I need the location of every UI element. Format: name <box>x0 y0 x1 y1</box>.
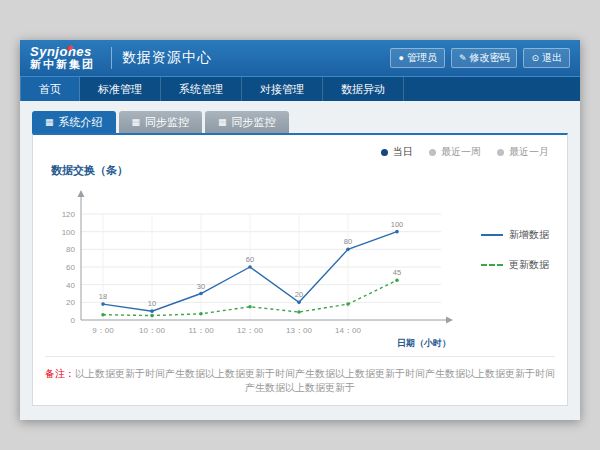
logo-star-icon: ✱ <box>66 44 73 53</box>
svg-text:11：00: 11：00 <box>188 326 214 335</box>
svg-text:9：00: 9：00 <box>92 326 114 335</box>
filter-last-week[interactable]: 最近一周 <box>429 145 481 159</box>
nav-item-system-mgmt[interactable]: 系统管理 <box>161 77 242 101</box>
solid-line-icon <box>481 234 503 236</box>
y-axis-title: 数据交换（条） <box>51 163 555 178</box>
svg-text:40: 40 <box>66 281 75 290</box>
footnote-label: 备注： <box>45 368 75 379</box>
svg-text:10：00: 10：00 <box>139 326 165 335</box>
svg-text:18: 18 <box>99 292 107 301</box>
dashed-line-icon <box>481 264 503 266</box>
svg-text:10: 10 <box>148 299 156 308</box>
filter-last-month[interactable]: 最近一月 <box>497 145 549 159</box>
svg-text:20: 20 <box>295 290 303 299</box>
series-legend: 新增数据 更新数据 <box>481 180 551 288</box>
change-password-button[interactable]: ✎ 修改密码 <box>451 48 518 68</box>
filter-last-month-label: 最近一月 <box>509 145 549 159</box>
admin-button-label: 管理员 <box>407 51 437 65</box>
nav-item-integration-mgmt[interactable]: 对接管理 <box>242 77 323 101</box>
svg-text:100: 100 <box>62 228 76 237</box>
nav-item-home[interactable]: 首页 <box>20 77 80 101</box>
svg-text:20: 20 <box>66 298 75 307</box>
nav-item-standard-mgmt[interactable]: 标准管理 <box>80 77 161 101</box>
footnote: 备注：以上数据更新于时间产生数据以上数据更新于时间产生数据以上数据更新于时间产生… <box>45 356 555 395</box>
filter-today-label: 当日 <box>393 145 413 159</box>
legend-new-data-label: 新增数据 <box>509 228 549 242</box>
tab-sync-monitor-1[interactable]: ▦ 同步监控 <box>119 111 203 133</box>
tab-system-intro-label: 系统介绍 <box>59 111 103 133</box>
content-area: ▦ 系统介绍 ▦ 同步监控 ▦ 同步监控 当日 最近一周 <box>20 101 580 420</box>
svg-text:14：00: 14：00 <box>335 326 361 335</box>
grid-icon: ▦ <box>45 111 54 133</box>
user-icon: ● <box>398 54 403 63</box>
header-divider <box>111 47 112 69</box>
chart-panel: 当日 最近一周 最近一月 数据交换（条） 0204060801001209：00… <box>32 133 568 406</box>
filter-last-week-label: 最近一周 <box>441 145 481 159</box>
app-window: Synjones✱ 新中新集团 数据资源中心 ● 管理员 ✎ 修改密码 ⊙ 退出… <box>20 40 580 420</box>
filter-today[interactable]: 当日 <box>381 145 413 159</box>
page-title: 数据资源中心 <box>122 49 212 67</box>
svg-text:日期（小时）: 日期（小时） <box>397 338 451 348</box>
line-chart: 0204060801001209：0010：0011：0012：0013：001… <box>45 180 481 352</box>
chart-row: 0204060801001209：0010：0011：0012：0013：001… <box>45 180 555 352</box>
logo: Synjones✱ 新中新集团 <box>30 45 99 70</box>
nav-item-data-changes[interactable]: 数据异动 <box>323 77 404 101</box>
footnote-text: 以上数据更新于时间产生数据以上数据更新于时间产生数据以上数据更新于时间产生数据以… <box>75 368 555 393</box>
svg-text:60: 60 <box>66 263 75 272</box>
legend-update-data-label: 更新数据 <box>509 258 549 272</box>
filter-dot-icon <box>429 149 436 156</box>
svg-text:12：00: 12：00 <box>237 326 263 335</box>
logout-button[interactable]: ⊙ 退出 <box>523 48 570 68</box>
grid-icon: ▦ <box>218 111 227 133</box>
tab-bar: ▦ 系统介绍 ▦ 同步监控 ▦ 同步监控 <box>32 111 568 133</box>
header: Synjones✱ 新中新集团 数据资源中心 ● 管理员 ✎ 修改密码 ⊙ 退出 <box>20 40 580 76</box>
logo-subtitle: 新中新集团 <box>30 59 99 71</box>
main-nav: 首页 标准管理 系统管理 对接管理 数据异动 <box>20 76 580 101</box>
grid-icon: ▦ <box>132 111 141 133</box>
svg-text:80: 80 <box>66 245 75 254</box>
svg-text:100: 100 <box>391 220 404 229</box>
svg-text:45: 45 <box>393 268 401 277</box>
svg-text:0: 0 <box>71 316 76 325</box>
filter-dot-icon <box>381 149 388 156</box>
tab-sync-monitor-2[interactable]: ▦ 同步监控 <box>205 111 289 133</box>
legend-item-new-data[interactable]: 新增数据 <box>481 228 551 242</box>
time-filter-row: 当日 最近一周 最近一月 <box>45 143 555 163</box>
legend-item-update-data[interactable]: 更新数据 <box>481 258 551 272</box>
tab-sync-monitor-1-label: 同步监控 <box>145 111 189 133</box>
power-icon: ⊙ <box>531 54 539 63</box>
svg-text:13：00: 13：00 <box>286 326 312 335</box>
svg-text:80: 80 <box>344 237 352 246</box>
svg-text:30: 30 <box>197 282 205 291</box>
edit-icon: ✎ <box>459 54 467 63</box>
tab-system-intro[interactable]: ▦ 系统介绍 <box>32 111 116 133</box>
svg-text:120: 120 <box>62 210 76 219</box>
logout-button-label: 退出 <box>542 51 562 65</box>
admin-button[interactable]: ● 管理员 <box>390 48 444 68</box>
header-actions: ● 管理员 ✎ 修改密码 ⊙ 退出 <box>390 48 570 68</box>
svg-text:60: 60 <box>246 255 254 264</box>
tab-sync-monitor-2-label: 同步监控 <box>232 111 276 133</box>
change-password-label: 修改密码 <box>469 51 509 65</box>
filter-dot-icon <box>497 149 504 156</box>
